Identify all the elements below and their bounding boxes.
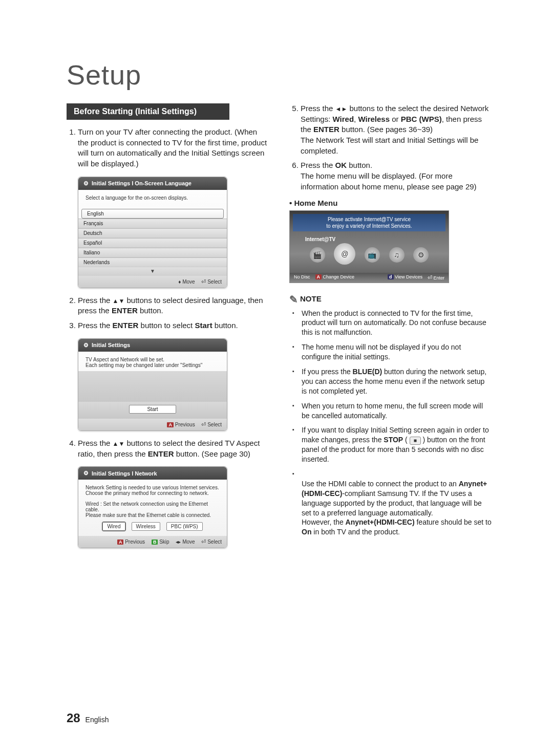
home-icon-1: 🎬: [310, 247, 325, 263]
select-hint: ⏎ Select: [201, 421, 222, 428]
view-devices: d View Devices: [388, 274, 422, 281]
updown-arrows-icon: ▲▼: [113, 440, 125, 447]
page-number: 28: [67, 711, 80, 725]
previous-hint: A Previous: [117, 539, 145, 545]
home-footer: No Disc A Change Device d View Devices ⏎…: [290, 273, 449, 283]
lang-nederlands: Nederlands: [78, 257, 227, 267]
badge-a-icon: A: [167, 422, 174, 427]
footer-language: English: [86, 716, 109, 724]
lang-francais: Français: [78, 219, 227, 228]
steps-4: Press the ▲▼ buttons to select the desir…: [67, 438, 269, 459]
lang-italiano: Italiano: [78, 248, 227, 257]
home-banner: Please activate Internet@TV service to e…: [293, 214, 445, 231]
tv-header: ⚙ Initial Settings I On-Screen Language: [78, 177, 227, 190]
leftright-arrows-icon: ◄►: [335, 105, 348, 113]
home-menu-screenshot: Please activate Internet@TV service to e…: [289, 210, 449, 283]
enter-icon: ⏎: [201, 278, 206, 285]
tv-header: ⚙ Initial Settings: [78, 339, 227, 352]
note-6: Use the HDMI cable to connect the produc…: [302, 469, 492, 537]
net-line2: Choose the primary method for connecting…: [86, 490, 220, 496]
home-icon-main: @: [334, 243, 355, 265]
badge-b-icon: B: [152, 539, 158, 545]
select-hint: ⏎ Select: [201, 278, 222, 285]
move-hint: ♦ Move: [178, 279, 195, 285]
gear-icon: ⚙: [83, 342, 89, 349]
section-header: Before Starting (Initial Settings): [67, 103, 229, 120]
badge-d-icon: d: [388, 274, 394, 279]
home-icon-3: ♫: [389, 247, 405, 263]
previous-hint: A Previous: [167, 422, 195, 427]
tv-footer: A Previous B Skip ◂▸ Move ⏎ Select: [78, 536, 227, 548]
left-column: Before Starting (Initial Settings) Turn …: [67, 103, 269, 555]
note-header: ✎NOTE: [289, 293, 492, 306]
enter-icon: ⏎: [201, 538, 206, 545]
network-buttons: Wired Wireless PBC (WPS): [86, 522, 220, 531]
step-6: Press the OK button. The home menu will …: [301, 160, 492, 192]
tv-body: TV Aspect and Network will be set. Each …: [78, 352, 227, 371]
start-line1: TV Aspect and Network will be set.: [86, 357, 220, 362]
skip-hint: B Skip: [152, 539, 169, 545]
steps-5-6: Press the ◄► buttons to the select the d…: [289, 103, 492, 192]
lang-english: English: [81, 209, 224, 219]
home-icons: 🎬 @ 📺 ♫ ⚙: [290, 242, 449, 273]
note-hand-icon: ✎: [289, 294, 298, 305]
start-button: Start: [129, 405, 176, 414]
net-line3: Wired : Set the network connection using…: [86, 501, 220, 512]
initial-settings-screenshot: ⚙ Initial Settings TV Aspect and Network…: [78, 338, 227, 431]
right-column: Press the ◄► buttons to the select the d…: [289, 103, 492, 555]
enter-icon: ⏎: [428, 274, 432, 280]
badge-a-icon: A: [117, 539, 124, 545]
note-4: When you return to home menu, the full s…: [302, 401, 492, 421]
manual-page: Setup Before Starting (Initial Settings)…: [0, 0, 553, 756]
network-settings-screenshot: ⚙ Initial Settings I Network Network Set…: [78, 466, 227, 548]
chevron-down-icon: ▼: [78, 267, 227, 276]
lang-deutsch: Deutsch: [78, 228, 227, 238]
steps-2-3: Press the ▲▼ buttons to select desired l…: [67, 295, 269, 331]
internet-tv-label: Internet@TV: [305, 236, 449, 242]
wired-button: Wired: [102, 522, 125, 531]
note-2: The home menu will not be displayed if y…: [302, 342, 492, 362]
wireless-button: Wireless: [132, 522, 160, 531]
updown-arrows-icon: ▲▼: [113, 297, 125, 305]
home-icon-4: ⚙: [413, 247, 429, 263]
move-hint: ◂▸ Move: [176, 539, 195, 545]
steps-list-left: Turn on your TV after connecting the pro…: [67, 127, 269, 169]
gear-icon: ⚙: [83, 180, 89, 187]
lang-espanol: Español: [78, 238, 227, 248]
two-column-layout: Before Starting (Initial Settings) Turn …: [67, 103, 492, 555]
step-5: Press the ◄► buttons to the select the d…: [301, 103, 492, 156]
note-3: If you press the BLUE(D) button during t…: [302, 367, 492, 396]
step-1: Turn on your TV after connecting the pro…: [78, 127, 269, 169]
net-line1: Network Setting is needed to use various…: [86, 485, 220, 490]
updown-icon: ♦: [178, 279, 181, 285]
tv-header: ⚙ Initial Settings I Network: [78, 467, 227, 480]
no-disc: No Disc: [294, 274, 310, 281]
notes-list: When the product is connected to TV for …: [289, 309, 492, 537]
start-area: [78, 371, 227, 402]
start-line2: Each setting may be changed later under …: [86, 362, 220, 368]
tv-footer: A Previous ⏎ Select: [78, 419, 227, 430]
change-device: A Change Device: [315, 274, 355, 281]
language-select-screenshot: ⚙ Initial Settings I On-Screen Language …: [78, 177, 227, 288]
leftright-icon: ◂▸: [176, 539, 181, 545]
enter-icon: ⏎: [201, 421, 206, 427]
net-line4: Please make sure that the Ethernet cable…: [86, 512, 220, 518]
tv-footer: ♦ Move ⏎ Select: [78, 276, 227, 288]
stop-icon: [410, 437, 421, 445]
select-hint: ⏎ Select: [201, 538, 222, 545]
note-1: When the product is connected to TV for …: [302, 309, 492, 338]
badge-a-icon: A: [315, 274, 322, 279]
note-5: If you want to display Initial Setting s…: [302, 425, 492, 464]
tv-body: Network Setting is needed to use various…: [78, 480, 227, 536]
gear-icon: ⚙: [83, 470, 89, 477]
step-4: Press the ▲▼ buttons to select the desir…: [78, 438, 269, 459]
page-title: Setup: [67, 59, 492, 91]
enter-hint: ⏎ Enter: [428, 274, 444, 281]
home-menu-label: Home Menu: [289, 199, 492, 207]
tv-body: Select a language for the on-screen disp…: [78, 190, 227, 208]
step-2: Press the ▲▼ buttons to select desired l…: [78, 295, 269, 316]
home-icon-2: 📺: [365, 247, 380, 263]
step-3: Press the ENTER button to select Start b…: [78, 320, 269, 331]
language-prompt: Select a language for the on-screen disp…: [86, 195, 220, 201]
page-footer: 28 English: [67, 711, 109, 725]
